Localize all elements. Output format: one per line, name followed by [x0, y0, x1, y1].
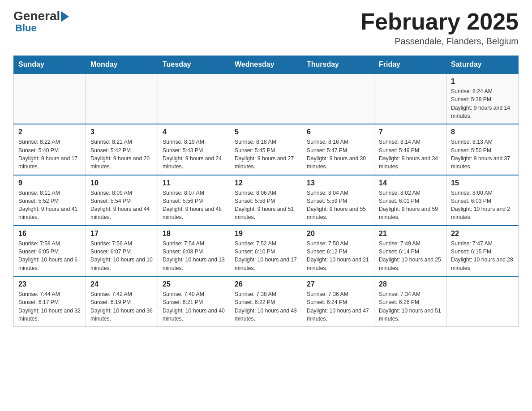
- calendar-cell-w2-d6: 15Sunrise: 8:00 AMSunset: 6:03 PMDayligh…: [446, 175, 519, 226]
- day-number: 28: [379, 280, 442, 288]
- day-number: 12: [235, 179, 297, 187]
- day-info: Sunrise: 7:49 AMSunset: 6:14 PMDaylight:…: [379, 240, 442, 272]
- title-section: February 2025 Passendale, Flanders, Belg…: [360, 9, 519, 47]
- week-row-3: 16Sunrise: 7:58 AMSunset: 6:05 PMDayligh…: [14, 226, 519, 276]
- calendar-cell-w2-d4: 13Sunrise: 8:04 AMSunset: 5:59 PMDayligh…: [302, 175, 374, 226]
- calendar-cell-w4-d6: [446, 276, 519, 327]
- day-number: 1: [451, 77, 514, 86]
- calendar-cell-w4-d3: 26Sunrise: 7:38 AMSunset: 6:22 PMDayligh…: [230, 276, 302, 327]
- col-tuesday: Tuesday: [158, 56, 230, 74]
- day-number: 5: [235, 128, 297, 136]
- day-number: 4: [163, 128, 225, 136]
- page-header: General Blue February 2025 Passendale, F…: [13, 9, 519, 47]
- calendar-cell-w1-d2: 4Sunrise: 8:19 AMSunset: 5:43 PMDaylight…: [158, 124, 230, 175]
- day-number: 2: [18, 128, 81, 136]
- day-number: 18: [163, 230, 225, 238]
- week-row-2: 9Sunrise: 8:11 AMSunset: 5:52 PMDaylight…: [14, 175, 519, 226]
- day-number: 25: [163, 280, 225, 288]
- week-row-1: 2Sunrise: 8:22 AMSunset: 5:40 PMDaylight…: [14, 124, 519, 175]
- day-info: Sunrise: 8:22 AMSunset: 5:40 PMDaylight:…: [18, 138, 81, 171]
- calendar-cell-w4-d4: 27Sunrise: 7:36 AMSunset: 6:24 PMDayligh…: [302, 276, 374, 327]
- logo-blue-text: Blue: [15, 23, 37, 33]
- day-info: Sunrise: 8:09 AMSunset: 5:54 PMDaylight:…: [90, 189, 153, 222]
- day-info: Sunrise: 7:54 AMSunset: 6:08 PMDaylight:…: [163, 240, 225, 272]
- day-info: Sunrise: 7:40 AMSunset: 6:21 PMDaylight:…: [163, 290, 225, 323]
- day-info: Sunrise: 8:06 AMSunset: 5:58 PMDaylight:…: [235, 189, 297, 222]
- day-info: Sunrise: 7:52 AMSunset: 6:10 PMDaylight:…: [235, 240, 297, 272]
- location-text: Passendale, Flanders, Belgium: [360, 36, 519, 47]
- day-info: Sunrise: 7:38 AMSunset: 6:22 PMDaylight:…: [235, 290, 297, 323]
- calendar-cell-w3-d0: 16Sunrise: 7:58 AMSunset: 6:05 PMDayligh…: [14, 226, 86, 276]
- day-number: 22: [451, 230, 514, 238]
- calendar-cell-w2-d2: 11Sunrise: 8:07 AMSunset: 5:56 PMDayligh…: [158, 175, 230, 226]
- calendar-cell-w4-d5: 28Sunrise: 7:34 AMSunset: 6:26 PMDayligh…: [374, 276, 446, 327]
- day-number: 13: [307, 179, 369, 187]
- day-info: Sunrise: 8:00 AMSunset: 6:03 PMDaylight:…: [451, 189, 514, 222]
- calendar-cell-w0-d6: 1Sunrise: 8:24 AMSunset: 5:38 PMDaylight…: [446, 73, 519, 124]
- calendar-cell-w3-d6: 22Sunrise: 7:47 AMSunset: 6:15 PMDayligh…: [446, 226, 519, 276]
- calendar-cell-w1-d6: 8Sunrise: 8:13 AMSunset: 5:50 PMDaylight…: [446, 124, 519, 175]
- day-info: Sunrise: 7:44 AMSunset: 6:17 PMDaylight:…: [18, 290, 81, 323]
- day-info: Sunrise: 8:16 AMSunset: 5:47 PMDaylight:…: [307, 138, 369, 171]
- col-monday: Monday: [86, 56, 158, 74]
- calendar-cell-w4-d1: 24Sunrise: 7:42 AMSunset: 6:19 PMDayligh…: [86, 276, 158, 327]
- calendar-cell-w2-d3: 12Sunrise: 8:06 AMSunset: 5:58 PMDayligh…: [230, 175, 302, 226]
- day-number: 11: [163, 179, 225, 187]
- day-info: Sunrise: 8:14 AMSunset: 5:49 PMDaylight:…: [379, 138, 442, 171]
- calendar-cell-w2-d1: 10Sunrise: 8:09 AMSunset: 5:54 PMDayligh…: [86, 175, 158, 226]
- day-number: 23: [18, 280, 81, 288]
- calendar-cell-w0-d2: [158, 73, 230, 124]
- calendar-cell-w0-d4: [302, 73, 374, 124]
- calendar-cell-w3-d3: 19Sunrise: 7:52 AMSunset: 6:10 PMDayligh…: [230, 226, 302, 276]
- calendar-cell-w3-d2: 18Sunrise: 7:54 AMSunset: 6:08 PMDayligh…: [158, 226, 230, 276]
- col-sunday: Sunday: [14, 56, 86, 74]
- col-friday: Friday: [374, 56, 446, 74]
- day-number: 14: [379, 179, 442, 187]
- day-info: Sunrise: 8:24 AMSunset: 5:38 PMDaylight:…: [451, 87, 514, 120]
- calendar-cell-w3-d4: 20Sunrise: 7:50 AMSunset: 6:12 PMDayligh…: [302, 226, 374, 276]
- day-info: Sunrise: 7:34 AMSunset: 6:26 PMDaylight:…: [379, 290, 442, 323]
- day-info: Sunrise: 7:42 AMSunset: 6:19 PMDaylight:…: [90, 290, 153, 323]
- calendar-header-row: Sunday Monday Tuesday Wednesday Thursday…: [14, 56, 519, 74]
- day-info: Sunrise: 7:47 AMSunset: 6:15 PMDaylight:…: [451, 240, 514, 272]
- day-info: Sunrise: 7:50 AMSunset: 6:12 PMDaylight:…: [307, 240, 369, 272]
- calendar-cell-w0-d3: [230, 73, 302, 124]
- day-info: Sunrise: 7:56 AMSunset: 6:07 PMDaylight:…: [90, 240, 153, 272]
- day-number: 6: [307, 128, 369, 136]
- calendar-cell-w2-d0: 9Sunrise: 8:11 AMSunset: 5:52 PMDaylight…: [14, 175, 86, 226]
- logo-general-text: General: [13, 9, 60, 23]
- calendar-cell-w3-d1: 17Sunrise: 7:56 AMSunset: 6:07 PMDayligh…: [86, 226, 158, 276]
- day-number: 26: [235, 280, 297, 288]
- day-info: Sunrise: 8:13 AMSunset: 5:50 PMDaylight:…: [451, 138, 514, 171]
- day-number: 9: [18, 179, 81, 187]
- day-info: Sunrise: 8:04 AMSunset: 5:59 PMDaylight:…: [307, 189, 369, 222]
- day-info: Sunrise: 8:02 AMSunset: 6:01 PMDaylight:…: [379, 189, 442, 222]
- day-number: 19: [235, 230, 297, 238]
- logo: General Blue: [13, 9, 69, 33]
- week-row-4: 23Sunrise: 7:44 AMSunset: 6:17 PMDayligh…: [14, 276, 519, 327]
- day-info: Sunrise: 8:11 AMSunset: 5:52 PMDaylight:…: [18, 189, 81, 222]
- day-info: Sunrise: 8:07 AMSunset: 5:56 PMDaylight:…: [163, 189, 225, 222]
- calendar-cell-w1-d3: 5Sunrise: 8:18 AMSunset: 5:45 PMDaylight…: [230, 124, 302, 175]
- day-number: 8: [451, 128, 514, 136]
- day-number: 21: [379, 230, 442, 238]
- day-info: Sunrise: 8:18 AMSunset: 5:45 PMDaylight:…: [235, 138, 297, 171]
- week-row-0: 1Sunrise: 8:24 AMSunset: 5:38 PMDaylight…: [14, 73, 519, 124]
- day-number: 17: [90, 230, 153, 238]
- col-wednesday: Wednesday: [230, 56, 302, 74]
- day-info: Sunrise: 8:19 AMSunset: 5:43 PMDaylight:…: [163, 138, 225, 171]
- day-number: 7: [379, 128, 442, 136]
- col-saturday: Saturday: [446, 56, 519, 74]
- month-title: February 2025: [360, 9, 519, 34]
- calendar-cell-w4-d2: 25Sunrise: 7:40 AMSunset: 6:21 PMDayligh…: [158, 276, 230, 327]
- calendar-cell-w4-d0: 23Sunrise: 7:44 AMSunset: 6:17 PMDayligh…: [14, 276, 86, 327]
- day-number: 10: [90, 179, 153, 187]
- calendar-cell-w2-d5: 14Sunrise: 8:02 AMSunset: 6:01 PMDayligh…: [374, 175, 446, 226]
- day-number: 3: [90, 128, 153, 136]
- calendar-cell-w1-d1: 3Sunrise: 8:21 AMSunset: 5:42 PMDaylight…: [86, 124, 158, 175]
- calendar-cell-w1-d4: 6Sunrise: 8:16 AMSunset: 5:47 PMDaylight…: [302, 124, 374, 175]
- calendar-cell-w1-d0: 2Sunrise: 8:22 AMSunset: 5:40 PMDaylight…: [14, 124, 86, 175]
- calendar-cell-w1-d5: 7Sunrise: 8:14 AMSunset: 5:49 PMDaylight…: [374, 124, 446, 175]
- day-number: 20: [307, 230, 369, 238]
- calendar-cell-w0-d5: [374, 73, 446, 124]
